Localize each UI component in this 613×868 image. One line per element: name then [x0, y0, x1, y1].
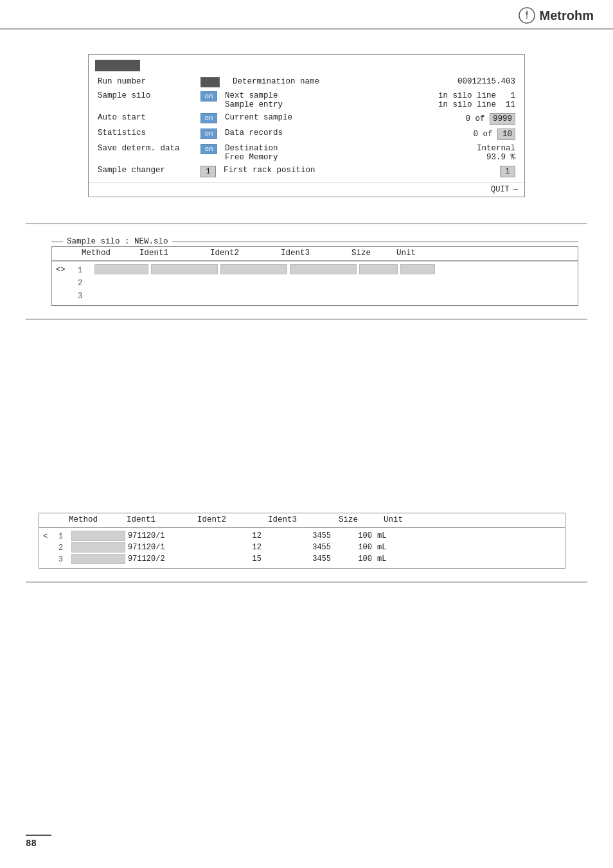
cell-ident3-1[interactable] — [290, 264, 357, 274]
divider-2 — [26, 319, 587, 320]
table-row — [94, 287, 578, 296]
data-cell-ident1-1: 971120/1 — [128, 531, 195, 540]
cell-size-2 — [359, 276, 398, 285]
divider-1 — [26, 223, 587, 224]
data-cell-ident1-3: 971120/2 — [128, 554, 195, 563]
row-numbers: 1 2 3 — [78, 264, 94, 303]
silo-table: Method Ident1 Ident2 Ident3 Size Unit <>… — [51, 246, 578, 306]
next-sample-value: in silo line 1 in silo line 11 — [438, 91, 515, 109]
data-nav-indicator: < — [43, 531, 58, 565]
cell-method-1[interactable] — [94, 264, 148, 274]
sample-changer-label: Sample changer — [98, 166, 200, 175]
th-ident2: Ident2 — [210, 249, 281, 258]
silo-table-header: Method Ident1 Ident2 Ident3 Size Unit — [52, 247, 578, 261]
sample-silo-label: Sample silo — [98, 91, 200, 100]
data-cell-ident2-3: 15 — [197, 554, 264, 563]
cell-method-3 — [94, 287, 148, 296]
th-size: Size — [351, 249, 396, 258]
data-table-body: < 1 2 3 971120/1 12 3455 100 mL — [39, 528, 565, 568]
cell-ident2-3 — [220, 287, 287, 296]
cell-size-1[interactable] — [359, 264, 398, 274]
run-number-label: Run number — [98, 77, 200, 86]
data-records-value: 0 of 10 — [473, 128, 515, 140]
current-sample-value: 0 of 9999 — [465, 113, 515, 125]
row-num-3: 3 — [78, 290, 94, 303]
cell-ident3-3 — [290, 287, 357, 296]
row-num-2: 2 — [78, 277, 94, 290]
data-row-num-2: 2 — [58, 542, 71, 554]
auto-start-badge: on — [200, 113, 217, 123]
cell-unit-3 — [400, 287, 435, 296]
th-num — [56, 249, 82, 258]
cell-ident2-2 — [220, 276, 287, 285]
silo-nav-indicator: <> — [56, 264, 78, 303]
page-header: Metrohm — [0, 0, 613, 30]
data-cell-unit-3: mL — [377, 554, 412, 563]
table-row — [94, 276, 578, 285]
page-number: 88 — [26, 835, 51, 849]
cell-unit-2 — [400, 276, 435, 285]
data-cell-unit-2: mL — [377, 543, 412, 552]
status-row-sample-changer: Sample changer 1 First rack position 1 — [89, 164, 524, 179]
row-num-1: 1 — [78, 264, 94, 277]
run-number-value — [200, 77, 220, 87]
table-row[interactable] — [94, 264, 578, 274]
divider-3 — [26, 581, 587, 583]
cell-ident1-2 — [151, 276, 218, 285]
destination-label: Destination Free Memory — [225, 144, 278, 162]
data-cell-method-3 — [71, 554, 125, 564]
data-cell-method-2 — [71, 542, 125, 553]
data-cell-ident3-3: 3455 — [267, 554, 333, 563]
determination-name-value: 00012115.403 — [458, 77, 515, 86]
th-method: Method — [82, 249, 139, 258]
determination-name-label: Determination name — [233, 77, 319, 86]
logo-text: Metrohm — [540, 8, 594, 23]
current-sample-label: Current sample — [225, 113, 292, 125]
next-sample-label: Next sample Sample entry — [225, 91, 283, 109]
cell-size-3 — [359, 287, 398, 296]
silo-table-body: <> 1 2 3 — [52, 261, 578, 305]
data-th-ident2: Ident2 — [197, 515, 268, 525]
sample-changer-value: 1 — [200, 166, 216, 177]
status-row-sample-silo: Sample silo on Next sample Sample entry … — [89, 89, 524, 111]
first-rack-label: First rack position — [224, 166, 315, 177]
first-rack-value: 1 — [500, 166, 515, 177]
status-row-run-number: Run number Determination name 00012115.4… — [89, 75, 524, 89]
data-records-label: Data records — [225, 128, 283, 140]
data-rows: 971120/1 12 3455 100 mL 971120/1 12 3455… — [71, 531, 565, 565]
data-row-numbers: 1 2 3 — [58, 531, 71, 565]
data-cell-ident2-1: 12 — [197, 531, 264, 540]
metrohm-logo-icon — [518, 6, 536, 24]
status-row-statistics: Statistics on Data records 0 of 10 — [89, 127, 524, 142]
th-ident1: Ident1 — [139, 249, 210, 258]
spacer-middle — [0, 326, 613, 493]
table-row: 971120/2 15 3455 100 mL — [71, 554, 565, 564]
destination-value: Internal 93.9 % — [477, 144, 515, 162]
th-ident3: Ident3 — [281, 249, 351, 258]
data-th-ident1: Ident1 — [127, 515, 197, 525]
cell-ident1-1[interactable] — [151, 264, 218, 274]
cell-unit-1[interactable] — [400, 264, 435, 274]
data-th-num — [43, 515, 69, 525]
cell-ident2-1[interactable] — [220, 264, 287, 274]
data-cell-method-1 — [71, 531, 125, 541]
data-cell-ident2-2: 12 — [197, 543, 264, 552]
auto-start-label: Auto start — [98, 113, 200, 122]
silo-section: Sample silo : NEW.slo Method Ident1 Iden… — [51, 237, 578, 306]
quit-label[interactable]: QUIT — [491, 185, 510, 194]
data-cell-size-3: 100 — [336, 554, 375, 563]
data-cell-ident1-2: 971120/1 — [128, 543, 195, 552]
table-row: 971120/1 12 3455 100 mL — [71, 542, 565, 553]
status-row-auto-start: Auto start on Current sample 0 of 9999 — [89, 111, 524, 127]
data-cell-size-1: 100 — [336, 531, 375, 540]
table-row: 971120/1 12 3455 100 mL — [71, 531, 565, 541]
logo: Metrohm — [518, 6, 594, 24]
data-cell-ident3-1: 3455 — [267, 531, 333, 540]
th-unit: Unit — [396, 249, 435, 258]
save-determ-badge: on — [200, 144, 217, 154]
save-determ-label: Save determ. data — [98, 144, 200, 153]
silo-title-bar: Sample silo : NEW.slo — [51, 237, 578, 246]
data-cell-ident3-2: 3455 — [267, 543, 333, 552]
data-section: Method Ident1 Ident2 Ident3 Size Unit < … — [39, 513, 565, 569]
data-cell-unit-1: mL — [377, 531, 412, 540]
